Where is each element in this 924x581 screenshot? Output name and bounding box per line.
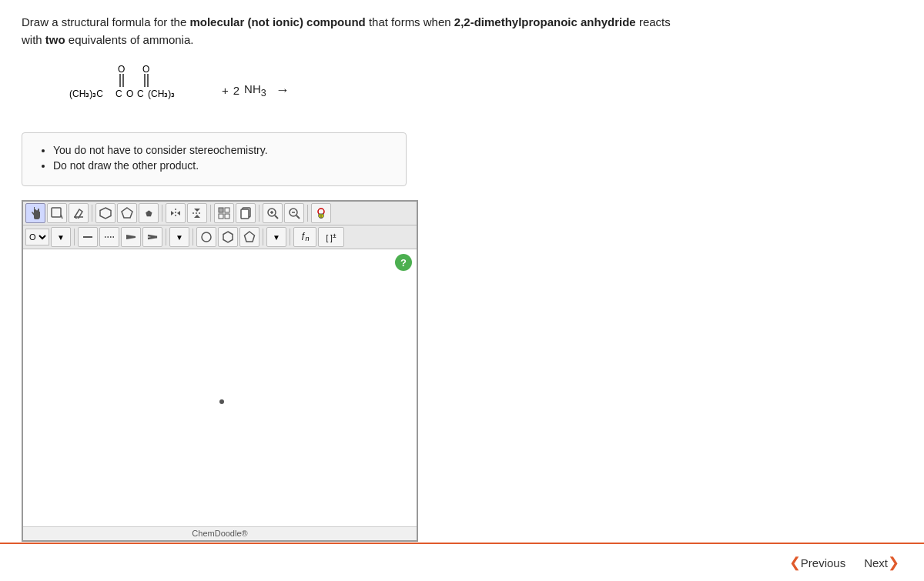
flip-v-icon (192, 207, 203, 219)
reaction-area: O O (CH₃)₃C C O C (CH₃)₃ + 2 NH3 → (68, 62, 902, 119)
formula-text-right: (CH₃)₃ (148, 88, 175, 99)
copy-btn[interactable] (236, 203, 256, 223)
svg-rect-4 (52, 208, 61, 217)
hex-icon (222, 231, 234, 243)
prev-chevron-icon: ❮ (789, 554, 801, 571)
svg-marker-33 (245, 232, 255, 242)
formula-text: (CH₃)₃C (69, 88, 103, 99)
separator-2 (162, 205, 162, 222)
next-chevron-icon: ❯ (888, 554, 899, 571)
svg-line-30 (148, 237, 157, 239)
atom-dropdown-btn[interactable]: ▼ (51, 227, 71, 247)
svg-line-5 (61, 215, 62, 219)
hex-btn[interactable] (218, 227, 238, 247)
atom-selector[interactable]: O C N H (25, 229, 49, 245)
separator-6 (74, 229, 75, 245)
ring-other-btn[interactable]: ⬟ (139, 203, 159, 223)
svg-point-31 (202, 232, 211, 242)
reaction-arrow: → (276, 82, 290, 99)
dotted-bond-icon (103, 232, 116, 242)
next-btn[interactable]: Next ❯ (855, 549, 909, 576)
help-icon: ? (400, 257, 407, 269)
bond-bold-btn[interactable] (121, 227, 141, 247)
canvas-point (219, 399, 224, 404)
ring5-btn[interactable] (117, 203, 137, 223)
toolbar-row-2: O C N H ▼ (23, 225, 417, 249)
next-label: Next (864, 556, 888, 569)
lasso-tool-btn[interactable] (47, 203, 67, 223)
previous-label: Previous (801, 556, 845, 569)
instructions-box: You do not have to consider stereochemis… (22, 132, 407, 186)
shape-dropdown[interactable]: ▼ (266, 227, 286, 247)
plus-sign: + (222, 84, 229, 97)
drawing-canvas[interactable]: ? (23, 249, 417, 526)
charge-btn[interactable]: [ ]± (318, 227, 344, 247)
ring-other-icon: ⬟ (146, 209, 152, 218)
separator-1 (92, 205, 92, 222)
bond-other-dropdown[interactable]: ▼ (169, 227, 189, 247)
bond-bold2-btn[interactable] (142, 227, 162, 247)
c-right: C (137, 88, 144, 99)
bold-bond2-icon (146, 232, 159, 242)
toolbar-row-1: ⬟ (23, 202, 417, 225)
fn-icon: ƒn (300, 231, 309, 242)
svg-line-23 (296, 215, 300, 219)
separator-8 (192, 229, 193, 245)
bold-molecular: molecular (not ionic) compound (189, 15, 365, 28)
bond-single-btn[interactable] (78, 227, 98, 247)
bold-compound: 2,2-dimethylpropanoic anhydride (454, 15, 636, 28)
zoom-out-btn[interactable] (284, 203, 304, 223)
svg-rect-16 (241, 209, 249, 219)
separator-10 (290, 229, 290, 245)
previous-btn[interactable]: ❮ Previous (780, 549, 855, 576)
circle-icon (200, 231, 213, 243)
instruction-1: You do not have to consider stereochemis… (53, 144, 390, 156)
pentagon-icon (243, 231, 256, 243)
ring6-btn[interactable] (95, 203, 116, 223)
ring6-icon (99, 207, 112, 219)
bold-bond-icon (125, 232, 137, 242)
flip-v-btn[interactable] (187, 203, 207, 223)
separator-9 (263, 229, 263, 245)
separator-7 (166, 229, 166, 245)
flip-h-icon (169, 208, 182, 219)
anhydride-structure: O O (CH₃)₃C C O C (CH₃)₃ (68, 62, 206, 119)
label-fn-btn[interactable]: ƒn (293, 227, 316, 247)
template-icon (218, 207, 230, 219)
anhydride-svg: O O (CH₃)₃C C O C (CH₃)₃ (68, 62, 206, 116)
bond-dotted-btn[interactable] (99, 227, 119, 247)
zoom-out-icon (288, 207, 300, 219)
separator-3 (210, 205, 211, 222)
bold-two: two (45, 33, 65, 46)
template-btn[interactable] (214, 203, 234, 223)
help-btn[interactable]: ? (395, 254, 412, 271)
svg-marker-7 (100, 208, 111, 219)
zoom-in-icon (266, 207, 279, 219)
chemdoodle-label: ChemDoodle® (23, 526, 417, 540)
page-content: Draw a structural formula for the molecu… (0, 0, 924, 581)
svg-rect-14 (225, 214, 229, 219)
circle-btn[interactable] (196, 227, 216, 247)
c-left: C (116, 88, 122, 99)
zoom-in-btn[interactable] (263, 203, 283, 223)
nh3-formula: NH3 (244, 82, 266, 99)
svg-marker-28 (126, 235, 136, 239)
ring5-icon (121, 207, 133, 219)
svg-rect-12 (225, 208, 229, 212)
select-tool-btn[interactable] (25, 203, 45, 223)
oxygen-left: O (118, 64, 125, 75)
bottom-nav: ❮ Previous Next ❯ (0, 543, 924, 581)
svg-rect-11 (219, 208, 223, 212)
erase-tool-btn[interactable] (69, 203, 89, 223)
chemdoodle-editor[interactable]: ⬟ (22, 200, 418, 542)
penta-btn[interactable] (239, 227, 259, 247)
svg-rect-13 (219, 214, 223, 219)
separator-5 (307, 205, 308, 222)
single-bond-icon (82, 232, 94, 242)
color-btn[interactable] (311, 203, 331, 223)
hand-icon (30, 207, 41, 219)
flip-h-btn[interactable] (166, 203, 186, 223)
copy-icon (240, 207, 251, 219)
charge-icon: [ ]± (326, 232, 336, 242)
plus-nh3-area: + 2 NH3 → (222, 82, 290, 99)
